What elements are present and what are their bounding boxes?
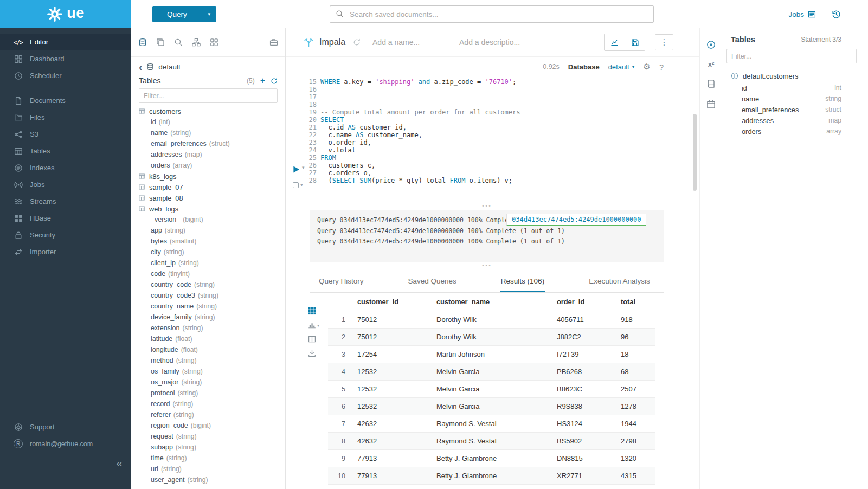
add-table-button[interactable]: +: [260, 76, 265, 85]
assist-column-user_agent[interactable]: user_agent(string): [139, 474, 278, 485]
grid-view-icon[interactable]: [308, 307, 319, 315]
query-description-input[interactable]: [459, 38, 536, 47]
tab-execution-analysis[interactable]: Execution Analysis: [588, 271, 651, 292]
results-row[interactable]: 317254Martin JohnsonI72T3918: [328, 346, 655, 363]
new-query-label[interactable]: Query: [152, 6, 202, 22]
sql-editor[interactable]: 15WHERE a.key = 'shipping' and a.zip_cod…: [286, 78, 693, 184]
assist-column-request[interactable]: request(string): [139, 431, 278, 442]
sidebar-item-importer[interactable]: Importer: [0, 243, 131, 260]
assist-column-latitude[interactable]: latitude(float): [139, 333, 278, 344]
assist-column-region_code[interactable]: region_code(bigint): [139, 420, 278, 431]
results-row[interactable]: 412532Melvin GarciaPB626868: [328, 363, 655, 381]
assist-column-email_preferences[interactable]: email_preferences(struct): [139, 138, 278, 149]
assist-column-app[interactable]: app(string): [139, 225, 278, 236]
assist-column-country_name[interactable]: country_name(string): [139, 301, 278, 312]
results-header-customer_name[interactable]: customer_name: [431, 298, 551, 306]
apps-grid-icon[interactable]: [210, 38, 218, 47]
active-table-row[interactable]: default.customers: [726, 69, 857, 82]
language-reference-icon[interactable]: [706, 79, 716, 88]
assist-column-referer[interactable]: referer(string): [139, 409, 278, 420]
assist-column-longitude[interactable]: longitude(float): [139, 344, 278, 355]
hue-logo[interactable]: ue: [0, 0, 131, 28]
results-row[interactable]: 977913Betty J. GiambroneDN88151320: [328, 450, 655, 467]
right-assist-column-id[interactable]: idint: [726, 82, 857, 93]
database-breadcrumb[interactable]: ‹ default: [139, 60, 278, 73]
query-name-input[interactable]: [372, 38, 454, 47]
sidebar-item-jobs[interactable]: Jobs: [0, 176, 131, 193]
right-assist-column-email_preferences[interactable]: email_preferencesstruct: [726, 104, 857, 115]
right-assist-column-orders[interactable]: ordersarray: [726, 126, 857, 137]
jobs-link[interactable]: Jobs: [788, 0, 816, 28]
assist-table-k8s_logs[interactable]: k8s_logs: [139, 171, 278, 182]
settings-gear-icon[interactable]: ⚙: [643, 62, 650, 72]
new-query-button[interactable]: Query ▾: [152, 6, 216, 22]
assist-column-city[interactable]: city(string): [139, 247, 278, 258]
assist-table-web_logs[interactable]: web_logs: [139, 203, 278, 214]
refresh-icon[interactable]: [271, 78, 278, 85]
assist-column-bytes[interactable]: bytes(smallint): [139, 236, 278, 247]
briefcase-icon[interactable]: [269, 38, 278, 47]
assist-column-protocol[interactable]: protocol(string): [139, 388, 278, 398]
assist-column-orders[interactable]: orders(array): [139, 160, 278, 171]
assist-column-extension[interactable]: extension(string): [139, 323, 278, 333]
assist-toggle-icon[interactable]: [706, 40, 716, 49]
sidebar-item-indexes[interactable]: Indexes: [0, 159, 131, 176]
assist-column-client_ip[interactable]: client_ip(string): [139, 258, 278, 268]
help-icon[interactable]: ?: [659, 62, 664, 72]
resize-handle-top[interactable]: •••: [310, 204, 664, 208]
tab-results-106-[interactable]: Results (106): [500, 271, 545, 292]
tab-query-history[interactable]: Query History: [318, 271, 365, 292]
results-header-order_id[interactable]: order_id: [551, 298, 615, 306]
tables-filter-input[interactable]: [139, 88, 278, 103]
sidebar-item-documents[interactable]: Documents: [0, 92, 131, 109]
sitemap-icon[interactable]: [192, 38, 201, 47]
database-select[interactable]: default ▾: [608, 63, 635, 71]
functions-icon[interactable]: x²: [708, 61, 715, 68]
right-assist-filter-input[interactable]: [726, 49, 857, 63]
assist-column-country_code[interactable]: country_code(string): [139, 279, 278, 290]
assist-table-customers[interactable]: customers: [139, 106, 278, 117]
tab-saved-queries[interactable]: Saved Queries: [407, 271, 458, 292]
chart-view-icon[interactable]: ▾: [308, 321, 319, 329]
execute-options-caret-icon[interactable]: ▾: [302, 165, 305, 170]
sidebar-item-files[interactable]: Files: [0, 109, 131, 126]
back-chevron-icon[interactable]: ‹: [139, 62, 142, 72]
search-input[interactable]: [330, 5, 654, 23]
query-dropdown-button[interactable]: ▾: [202, 6, 216, 22]
sidebar-item-security[interactable]: Security: [0, 227, 131, 243]
sidebar-item-tables[interactable]: Tables: [0, 143, 131, 159]
assist-column-addresses[interactable]: addresses(map): [139, 149, 278, 160]
execute-button[interactable]: ▾: [292, 165, 305, 173]
assist-column-name[interactable]: name(string): [139, 127, 278, 138]
assist-table-sample_08[interactable]: sample_08: [139, 192, 278, 203]
snippet-options-button[interactable]: ▾: [293, 182, 303, 188]
assist-table-sample_07[interactable]: sample_07: [139, 182, 278, 192]
results-row[interactable]: 175012Dorothy Wilk4056711918: [328, 311, 655, 329]
results-row[interactable]: 842632Raymond S. VestalBS59022798: [328, 433, 655, 450]
assist-column-url[interactable]: url(string): [139, 464, 278, 474]
assist-column-os_major[interactable]: os_major(string): [139, 377, 278, 388]
query-history-button[interactable]: [832, 0, 841, 28]
assist-column-country_code3[interactable]: country_code3(string): [139, 290, 278, 301]
resize-handle-bottom[interactable]: •••: [310, 263, 664, 268]
copy-documents-icon[interactable]: [156, 38, 165, 47]
sidebar-item-scheduler[interactable]: Scheduler: [0, 67, 131, 84]
results-header-total[interactable]: total: [615, 298, 655, 306]
right-assist-column-name[interactable]: namestring: [726, 93, 857, 104]
save-button[interactable]: [625, 34, 645, 50]
sidebar-item-support[interactable]: Support: [0, 419, 131, 435]
query-refresh-icon[interactable]: [353, 38, 361, 46]
assist-column-subapp[interactable]: subapp(string): [139, 442, 278, 453]
columns-icon[interactable]: [308, 335, 319, 343]
sidebar-item-hbase[interactable]: HBase: [0, 210, 131, 227]
right-assist-column-addresses[interactable]: addressesmap: [726, 115, 857, 126]
sidebar-item-user[interactable]: R romain@gethue.com: [0, 435, 131, 452]
sidebar-item-dashboard[interactable]: Dashboard: [0, 50, 131, 67]
download-icon[interactable]: [308, 349, 319, 357]
sidebar-item-s3[interactable]: S3: [0, 126, 131, 143]
assist-column-device_family[interactable]: device_family(string): [139, 312, 278, 323]
editor-scrollbar-thumb[interactable]: [693, 114, 697, 191]
results-row[interactable]: 512532Melvin GarciaB8623C2507: [328, 381, 655, 398]
schedule-icon[interactable]: [706, 100, 716, 109]
assist-column-time[interactable]: time(string): [139, 453, 278, 464]
